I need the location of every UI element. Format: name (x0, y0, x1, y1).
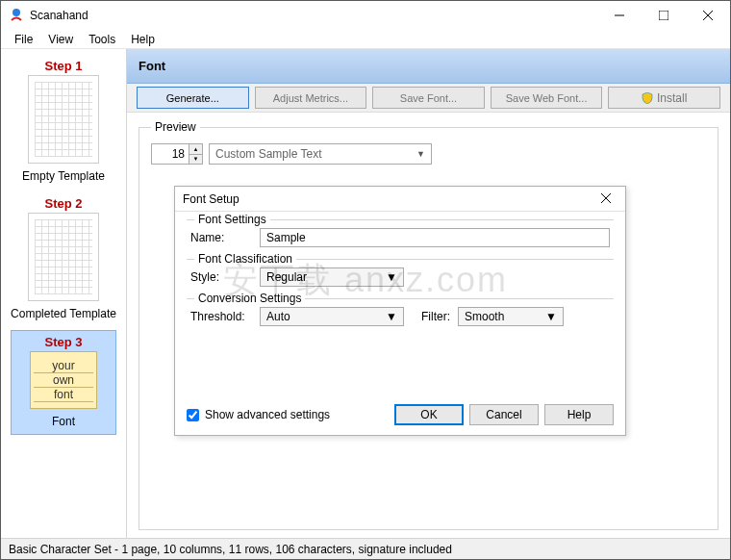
sidebar-step-2[interactable]: Step 2 Completed Template (11, 192, 116, 326)
name-field[interactable] (260, 228, 610, 247)
svg-rect-2 (659, 11, 668, 20)
conversion-settings-group: Conversion Settings Threshold: Auto ▼ Fi… (187, 298, 614, 332)
font-settings-group: Font Settings Name: (187, 219, 614, 253)
step-title: Step 1 (44, 59, 82, 73)
chevron-down-icon: ▼ (416, 149, 425, 159)
step-label: Completed Template (11, 307, 116, 320)
app-title: Scanahand (30, 9, 597, 22)
toolbar: Generate... Adjust Metrics... Save Font.… (127, 84, 730, 113)
titlebar: Scanahand (1, 1, 730, 30)
sidebar: Step 1 Empty Template Step 2 Completed T… (1, 49, 126, 538)
empty-template-thumb (28, 75, 99, 164)
main-header: Font (127, 49, 730, 84)
svg-point-0 (13, 9, 20, 16)
spin-up-icon[interactable]: ▲ (189, 144, 202, 155)
menu-view[interactable]: View (40, 31, 81, 48)
menu-file[interactable]: File (7, 31, 40, 48)
chevron-down-icon: ▼ (545, 310, 557, 323)
font-size-input[interactable]: ▲ ▼ (151, 143, 203, 165)
shield-icon (642, 92, 653, 104)
help-button[interactable]: Help (544, 404, 614, 425)
style-label: Style: (190, 270, 252, 284)
spin-down-icon[interactable]: ▼ (189, 155, 202, 165)
maximize-button[interactable] (642, 1, 686, 30)
dialog-title: Font Setup (183, 192, 239, 206)
app-window: Scanahand File View Tools Help Step 1 Em… (0, 0, 731, 560)
sidebar-step-1[interactable]: Step 1 Empty Template (11, 55, 116, 189)
chevron-down-icon: ▼ (386, 310, 397, 323)
dialog-close-button[interactable] (594, 192, 618, 206)
app-icon (9, 8, 24, 23)
close-button[interactable] (686, 1, 730, 30)
show-advanced-checkbox[interactable]: Show advanced settings (187, 408, 389, 421)
ok-button[interactable]: OK (394, 404, 464, 425)
generate-button[interactable]: Generate... (137, 87, 249, 109)
minimize-button[interactable] (597, 1, 642, 30)
sample-text-combo[interactable]: Custom Sample Text ▼ (209, 143, 432, 165)
sidebar-step-3[interactable]: Step 3 your own font Font (11, 330, 116, 435)
menubar: File View Tools Help (1, 30, 730, 49)
font-thumb: your own font (30, 351, 97, 409)
font-size-field[interactable] (152, 144, 189, 164)
step-title: Step 2 (44, 196, 82, 211)
chevron-down-icon: ▼ (386, 270, 397, 284)
save-web-font-button[interactable]: Save Web Font... (491, 87, 603, 109)
threshold-combo[interactable]: Auto ▼ (260, 307, 404, 326)
menu-tools[interactable]: Tools (81, 31, 123, 48)
statusbar: Basic Character Set - 1 page, 10 columns… (1, 538, 730, 559)
threshold-label: Threshold: (190, 310, 252, 323)
install-button[interactable]: Install (608, 87, 720, 109)
name-label: Name: (190, 231, 252, 244)
step-title: Step 3 (44, 335, 82, 349)
font-setup-dialog: Font Setup Font Settings Name: Font Clas… (174, 186, 626, 436)
filter-label: Filter: (412, 310, 450, 323)
preview-legend: Preview (151, 120, 200, 134)
adjust-metrics-button[interactable]: Adjust Metrics... (255, 87, 367, 109)
font-classification-group: Font Classification Style: Regular ▼ (187, 259, 614, 293)
save-font-button[interactable]: Save Font... (372, 87, 485, 109)
step-label: Empty Template (22, 169, 105, 183)
show-advanced-input[interactable] (187, 409, 199, 421)
menu-help[interactable]: Help (123, 31, 163, 48)
step-label: Font (52, 415, 75, 428)
filter-combo[interactable]: Smooth ▼ (458, 307, 564, 326)
dialog-titlebar: Font Setup (175, 187, 625, 212)
style-combo[interactable]: Regular ▼ (260, 267, 404, 287)
completed-template-thumb (28, 213, 99, 301)
cancel-button[interactable]: Cancel (469, 404, 539, 425)
